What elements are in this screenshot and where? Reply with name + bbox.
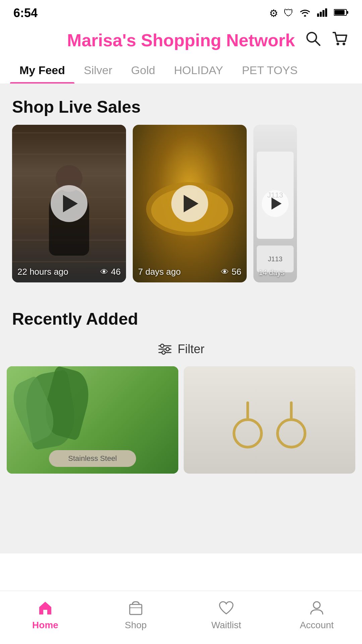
svg-rect-3 — [325, 8, 327, 17]
status-time: 6:54 — [13, 6, 38, 20]
filter-button[interactable]: Filter — [158, 342, 204, 356]
video-time-1: 22 hours ago — [17, 267, 68, 277]
tab-silver[interactable]: Silver — [74, 57, 122, 84]
shield-icon: 🛡 — [284, 7, 294, 19]
nav-home-label: Home — [32, 620, 58, 631]
earring-right — [276, 401, 306, 448]
tab-pet-toys[interactable]: PET TOYS — [233, 57, 307, 84]
nav-waitlist[interactable]: Waitlist — [199, 599, 253, 631]
live-sales-scroll: 22 hours ago 👁 46 7 days ago 👁 — [0, 125, 362, 296]
cart-icon[interactable] — [331, 30, 349, 51]
nav-account[interactable]: Account — [290, 599, 344, 631]
video-card-1[interactable]: 22 hours ago 👁 46 — [12, 125, 126, 282]
status-bar: 6:54 ⚙ 🛡 — [0, 0, 362, 23]
svg-point-14 — [161, 344, 164, 347]
svg-rect-1 — [320, 12, 322, 17]
svg-point-15 — [166, 347, 169, 351]
tab-gold[interactable]: Gold — [122, 57, 165, 84]
tab-holiday[interactable]: HOLIDAY — [165, 57, 233, 84]
product-grid: Stainless Steel — [0, 366, 362, 474]
play-button-2[interactable] — [171, 185, 208, 222]
settings-icon: ⚙ — [269, 7, 278, 19]
svg-point-9 — [337, 43, 339, 45]
product-label-1: Stainless Steel — [68, 454, 117, 463]
svg-rect-6 — [347, 11, 348, 14]
video-card-2[interactable]: 7 days ago 👁 56 — [133, 125, 247, 282]
video-meta-1: 22 hours ago 👁 46 — [17, 267, 121, 277]
views-eye-icon-2: 👁 — [221, 267, 229, 277]
app-title: Marisa's Shopping Network — [67, 30, 295, 50]
heart-icon — [218, 599, 235, 616]
recently-added-title: Recently Added — [12, 309, 350, 329]
app-header: Marisa's Shopping Network — [0, 23, 362, 57]
play-button-3[interactable] — [262, 190, 289, 217]
signal-icon — [316, 7, 328, 19]
live-sales-title: Shop Live Sales — [0, 84, 362, 125]
nav-shop-label: Shop — [125, 620, 146, 631]
product-card-2[interactable] — [184, 366, 355, 474]
shop-icon — [127, 599, 144, 616]
svg-point-19 — [313, 602, 320, 608]
battery-icon — [334, 7, 349, 19]
svg-rect-17 — [130, 604, 142, 614]
views-eye-icon-1: 👁 — [100, 267, 108, 277]
header-actions — [304, 30, 349, 51]
nav-account-label: Account — [300, 620, 334, 631]
recently-added-header: Recently Added — [0, 296, 362, 335]
tab-my-feed[interactable]: My Feed — [10, 57, 74, 84]
video-meta-3: 14 days — [259, 268, 292, 277]
bottom-navigation: Home Shop Waitlist Account — [0, 591, 362, 644]
video-views-1: 👁 46 — [100, 267, 121, 277]
main-content: Shop Live Sales 22 hours ago 👁 46 — [0, 84, 362, 553]
search-icon[interactable] — [304, 30, 322, 51]
svg-point-10 — [343, 43, 345, 45]
video-time-3: 14 days — [259, 268, 285, 277]
home-icon — [37, 599, 54, 616]
video-views-2: 👁 56 — [221, 267, 241, 277]
nav-shop[interactable]: Shop — [109, 599, 163, 631]
category-tabs: My Feed Silver Gold HOLIDAY PET TOYS — [0, 57, 362, 84]
filter-row: Filter — [0, 335, 362, 366]
filter-label: Filter — [178, 342, 204, 356]
account-icon — [308, 599, 325, 616]
svg-rect-0 — [317, 13, 319, 17]
svg-rect-2 — [322, 10, 324, 17]
video-card-3[interactable]: J113 J113 14 days — [253, 125, 297, 282]
status-icons: ⚙ 🛡 — [269, 7, 349, 19]
svg-rect-5 — [335, 10, 345, 15]
video-meta-2: 7 days ago 👁 56 — [138, 267, 241, 277]
video-time-2: 7 days ago — [138, 267, 181, 277]
earring-left — [233, 401, 263, 448]
earring-pair — [233, 391, 306, 448]
nav-home[interactable]: Home — [18, 599, 72, 631]
svg-point-16 — [162, 351, 165, 354]
product-card-1[interactable]: Stainless Steel — [7, 366, 178, 474]
nav-waitlist-label: Waitlist — [211, 620, 241, 631]
wifi-icon — [299, 7, 311, 19]
svg-line-8 — [315, 41, 320, 45]
filter-icon — [158, 343, 172, 355]
play-button-1[interactable] — [51, 185, 87, 222]
